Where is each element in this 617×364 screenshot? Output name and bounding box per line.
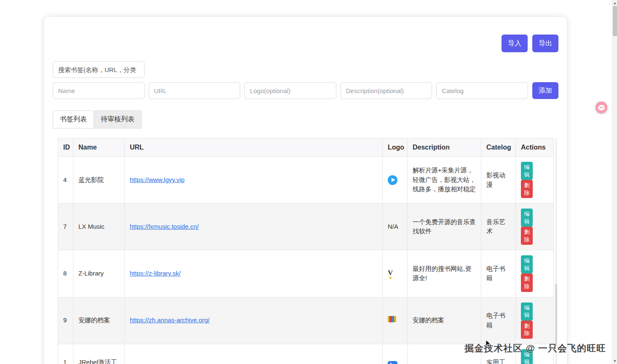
cell-catelog: 音乐艺术 (481, 203, 516, 250)
table-scrollbar[interactable] (555, 138, 557, 364)
header-url: URL (125, 139, 383, 157)
tab-pending-review-list[interactable]: 待审核列表 (94, 110, 142, 128)
delete-button[interactable]: 删除 (521, 321, 533, 339)
delete-button[interactable]: 删除 (521, 227, 533, 245)
name-field[interactable] (53, 82, 145, 99)
add-bookmark-form: 添加 (53, 82, 558, 99)
page-scrollbar[interactable] (612, 0, 617, 364)
table-row: 8 Z-Library https://z-library.sk/ 最好用的搜书… (58, 250, 554, 297)
annas-archive-icon (388, 316, 396, 322)
cell-description: 最好用的搜书网站,资源全! (408, 250, 481, 297)
delete-button[interactable]: 删除 (521, 273, 533, 292)
search-row (53, 61, 558, 78)
logo-field[interactable] (244, 82, 336, 99)
header-catelog: Catelog (481, 139, 516, 157)
export-button[interactable]: 导出 (532, 35, 558, 52)
add-button[interactable]: 添加 (532, 82, 558, 99)
header-actions: Actions (516, 139, 554, 157)
cell-url: https://zh.annas-archive.org/ (125, 297, 383, 344)
cell-actions: 编辑 删除 (516, 250, 554, 297)
edit-button[interactable]: 编辑 (521, 209, 533, 227)
tab-bookmark-list[interactable]: 书签列表 (53, 110, 94, 128)
bookmark-link[interactable]: https://zh.annas-archive.org/ (130, 316, 209, 324)
scroll-up-icon[interactable] (612, 0, 617, 5)
logo-text: N/A (388, 222, 398, 232)
cell-name: 安娜的档案 (73, 297, 125, 344)
catelog-field[interactable] (436, 82, 528, 99)
cell-catelog: 影视动漫 (481, 157, 516, 203)
cell-id: 9 (58, 297, 73, 344)
cell-logo (383, 344, 408, 364)
edit-button[interactable]: 编辑 (521, 255, 533, 273)
cell-id: 4 (58, 157, 73, 203)
cell-name: JRebel激活工具 (73, 344, 125, 364)
cell-url: https://www.lgyy.vip (125, 157, 383, 203)
cell-description: 安娜的档案 (408, 297, 481, 344)
cell-logo (383, 297, 408, 344)
cell-id: 7 (58, 203, 73, 250)
cell-description: 解析片源+采集片源，轻微广告，影视大站，线路多，播放相对稳定 (408, 157, 481, 203)
edit-button[interactable]: 编辑 (521, 302, 533, 321)
cell-catelog: 电子书籍 (481, 250, 516, 297)
delete-button[interactable]: 删除 (521, 180, 533, 198)
cell-description: 一个免费开源的音乐查找软件 (408, 203, 481, 250)
cell-url: https://lxmusic.toside.cn/ (125, 203, 383, 250)
cell-logo: N/A (383, 203, 408, 250)
bookmark-link[interactable]: https://lxmusic.toside.cn/ (130, 223, 199, 230)
edit-button[interactable]: 编辑 (521, 162, 533, 180)
table-row: 7 LX Music https://lxmusic.toside.cn/ N/… (58, 203, 554, 250)
cell-name: Z-Library (73, 250, 125, 297)
search-input[interactable] (53, 61, 145, 78)
list-tabs: 书签列表 待审核列表 (53, 110, 558, 128)
cell-url: https://z-library.sk/ (125, 250, 383, 297)
cell-logo (383, 157, 408, 203)
bookmark-link[interactable]: https://z-library.sk/ (130, 270, 181, 277)
panda-face-icon (598, 105, 605, 110)
floating-widget-button[interactable] (596, 102, 607, 113)
cell-actions: 编辑 删除 (516, 203, 554, 250)
bookmark-table: ID Name URL Logo Description Catelog Act… (58, 138, 554, 364)
header-logo: Logo (383, 139, 408, 157)
cell-name: LX Music (73, 203, 125, 250)
header-description: Description (408, 139, 481, 157)
bookmark-table-wrap: ID Name URL Logo Description Catelog Act… (58, 138, 553, 364)
description-field[interactable] (341, 82, 432, 99)
header-name: Name (73, 139, 125, 157)
cell-name: 蓝光影院 (73, 157, 125, 203)
cell-url: https://github.com/ilanyu/ReverseProxy (125, 344, 383, 364)
table-scrollbar-thumb[interactable] (555, 284, 557, 346)
play-icon (388, 175, 397, 185)
page-scrollbar-thumb[interactable] (613, 6, 617, 36)
bookmark-table-body: 4 蓝光影院 https://www.lgyy.vip 解析片源+采集片源，轻微… (58, 157, 554, 364)
url-field[interactable] (149, 82, 241, 99)
bookmark-manager-card: 导入 导出 添加 书签列表 待审核列表 (44, 17, 567, 364)
cell-catelog: 电子书籍 (481, 297, 516, 344)
table-row: 9 安娜的档案 https://zh.annas-archive.org/ 安娜… (58, 297, 554, 344)
zlibrary-icon (388, 269, 393, 279)
cell-actions: 编辑 删除 (516, 157, 554, 203)
cell-actions: 编辑 删除 (516, 297, 554, 344)
scroll-down-icon[interactable] (612, 359, 617, 364)
wrench-icon (388, 361, 397, 364)
page: 导入 导出 添加 书签列表 待审核列表 (0, 0, 617, 364)
cell-logo (383, 250, 408, 297)
table-row: 4 蓝光影院 https://www.lgyy.vip 解析片源+采集片源，轻微… (58, 157, 554, 203)
cell-id: 11 (58, 344, 73, 364)
import-export-toolbar: 导入 导出 (53, 35, 558, 52)
table-header-row: ID Name URL Logo Description Catelog Act… (58, 139, 554, 157)
cell-id: 8 (58, 250, 73, 297)
bookmark-link[interactable]: https://www.lgyy.vip (130, 176, 185, 183)
import-button[interactable]: 导入 (502, 35, 528, 52)
header-id: ID (58, 139, 73, 157)
mouse-cursor-icon (486, 340, 492, 350)
